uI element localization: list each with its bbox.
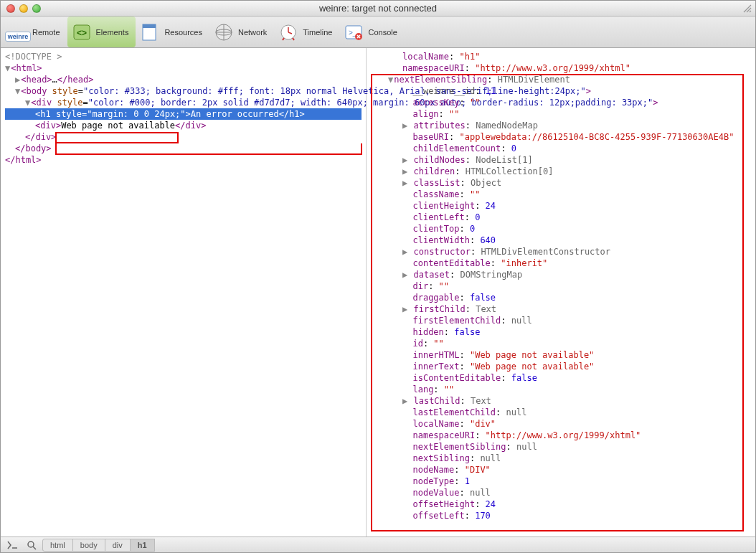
property-row[interactable]: ▶ childNodes: NodeList[1]: [374, 154, 750, 166]
dom-close-body[interactable]: </body>: [5, 143, 362, 154]
property-row[interactable]: offsetHeight: 24: [374, 498, 750, 510]
property-row[interactable]: lang: "": [374, 384, 750, 395]
window-controls: [6, 4, 41, 13]
breadcrumb-div[interactable]: div: [105, 539, 131, 552]
dom-node-div-outer[interactable]: ▼<div style="color: #000; border: 2px so…: [5, 97, 362, 108]
property-row[interactable]: clientLeft: 0: [374, 212, 750, 223]
property-row[interactable]: nextElementSibling: null: [374, 441, 750, 453]
tab-resources[interactable]: Resources: [136, 16, 209, 47]
property-row[interactable]: accessKey: "": [374, 97, 750, 108]
property-row[interactable]: namespaceURI: "http://www.w3.org/1999/xh…: [374, 62, 750, 74]
content-split: <!DOCTYPE > ▼<html> ▶<head>…</head> ▼<bo…: [1, 48, 755, 537]
dom-tree-panel[interactable]: <!DOCTYPE > ▼<html> ▶<head>…</head> ▼<bo…: [1, 48, 367, 537]
property-row[interactable]: firstElementChild: null: [374, 315, 750, 326]
tab-elements[interactable]: <> Elements: [67, 16, 136, 47]
property-row[interactable]: localName: "h1": [374, 51, 750, 62]
property-row[interactable]: baseURI: "applewebdata://86125104-BC8C-4…: [374, 131, 750, 143]
console-toggle-button[interactable]: [5, 539, 21, 552]
property-row[interactable]: __weinre__id: 11: [374, 85, 750, 97]
property-row[interactable]: offsetLeft: 170: [374, 510, 750, 521]
property-row[interactable]: contentEditable: "inherit": [374, 257, 750, 269]
property-row[interactable]: ▶ lastChild: Text: [374, 395, 750, 407]
timeline-icon: [277, 21, 300, 44]
window-title: weinre: target not connected: [1, 3, 755, 14]
app-window: weinre: target not connected weinre Remo…: [0, 0, 756, 553]
toolbar: weinre Remote <> Elements Resources Netw…: [1, 16, 755, 48]
property-row[interactable]: className: "": [374, 189, 750, 200]
tab-resources-label: Resources: [164, 28, 202, 37]
property-row[interactable]: ▶ firstChild: Text: [374, 303, 750, 315]
doctype[interactable]: <!DOCTYPE >: [5, 52, 62, 62]
tab-console-label: Console: [368, 28, 397, 37]
breadcrumb-body[interactable]: body: [72, 539, 105, 552]
tab-elements-label: Elements: [96, 28, 129, 37]
property-row[interactable]: dir: "": [374, 280, 750, 292]
property-row[interactable]: align: "": [374, 108, 750, 120]
tab-network-label: Network: [238, 28, 267, 37]
console-icon: >_: [342, 21, 365, 44]
property-row[interactable]: namespaceURI: "http://www.w3.org/1999/xh…: [374, 430, 750, 441]
property-row[interactable]: clientTop: 0: [374, 223, 750, 235]
svg-point-10: [28, 542, 34, 547]
property-row[interactable]: childElementCount: 0: [374, 143, 750, 154]
elements-icon: <>: [70, 21, 93, 44]
property-row[interactable]: ▶ classList: Object: [374, 177, 750, 189]
breadcrumb-h1[interactable]: h1: [130, 539, 155, 552]
minimize-button[interactable]: [19, 4, 28, 13]
resources-icon: [138, 21, 161, 44]
tab-remote[interactable]: weinre Remote: [4, 16, 67, 47]
dom-node-div-inner[interactable]: <div>Web page not available</div>: [5, 120, 362, 131]
property-row[interactable]: ▶ attributes: NamedNodeMap: [374, 120, 750, 131]
prop-header[interactable]: ▼nextElementSibling: HTMLDivElement: [374, 74, 750, 85]
dom-close-div[interactable]: </div>: [5, 131, 362, 143]
property-row[interactable]: nodeName: "DIV": [374, 464, 750, 476]
dom-close-html[interactable]: </html>: [5, 154, 362, 166]
search-button[interactable]: [24, 539, 39, 552]
property-row[interactable]: innerText: "Web page not available": [374, 361, 750, 372]
breadcrumb-html[interactable]: html: [42, 539, 73, 552]
property-row[interactable]: ▶ children: HTMLCollection[0]: [374, 166, 750, 177]
tab-timeline[interactable]: Timeline: [274, 16, 339, 47]
svg-rect-3: [143, 24, 156, 28]
property-row[interactable]: clientWidth: 640: [374, 235, 750, 246]
property-row[interactable]: isContentEditable: false: [374, 372, 750, 384]
resize-icon[interactable]: [742, 4, 752, 14]
tab-timeline-label: Timeline: [303, 28, 332, 37]
titlebar: weinre: target not connected: [1, 1, 755, 16]
property-row[interactable]: hidden: false: [374, 326, 750, 338]
tab-remote-label: Remote: [32, 28, 60, 37]
property-row[interactable]: innerHTML: "Web page not available": [374, 349, 750, 361]
statusbar: htmlbodydivh1: [1, 537, 755, 552]
property-row[interactable]: nodeType: 1: [374, 476, 750, 487]
network-icon: [212, 21, 235, 44]
dom-node-head[interactable]: ▶<head>…</head>: [5, 74, 362, 85]
property-row[interactable]: clientHeight: 24: [374, 200, 750, 212]
properties-panel[interactable]: localName: "h1"namespaceURI: "http://www…: [367, 48, 755, 537]
property-row[interactable]: lastElementChild: null: [374, 407, 750, 418]
tab-network[interactable]: Network: [209, 16, 274, 47]
property-row[interactable]: localName: "div": [374, 418, 750, 430]
svg-text:<>: <>: [77, 28, 87, 38]
property-row[interactable]: nextSibling: null: [374, 453, 750, 464]
remote-icon: weinre: [6, 21, 29, 44]
property-row[interactable]: id: "": [374, 338, 750, 349]
property-row[interactable]: nodeValue: null: [374, 487, 750, 498]
dom-node-body[interactable]: ▼<body style="color: #333; background: #…: [5, 85, 362, 97]
dom-node-h1[interactable]: <h1 style="margin: 0 0 24px;">An error o…: [5, 108, 362, 120]
zoom-button[interactable]: [32, 4, 41, 13]
property-row[interactable]: ▶ constructor: HTMLDivElementConstructor: [374, 246, 750, 257]
property-row[interactable]: draggable: false: [374, 292, 750, 303]
dom-node-html[interactable]: ▼<html>: [5, 62, 362, 74]
tab-console[interactable]: >_ Console: [339, 16, 404, 47]
close-button[interactable]: [6, 4, 15, 13]
property-row[interactable]: ▶ dataset: DOMStringMap: [374, 269, 750, 280]
